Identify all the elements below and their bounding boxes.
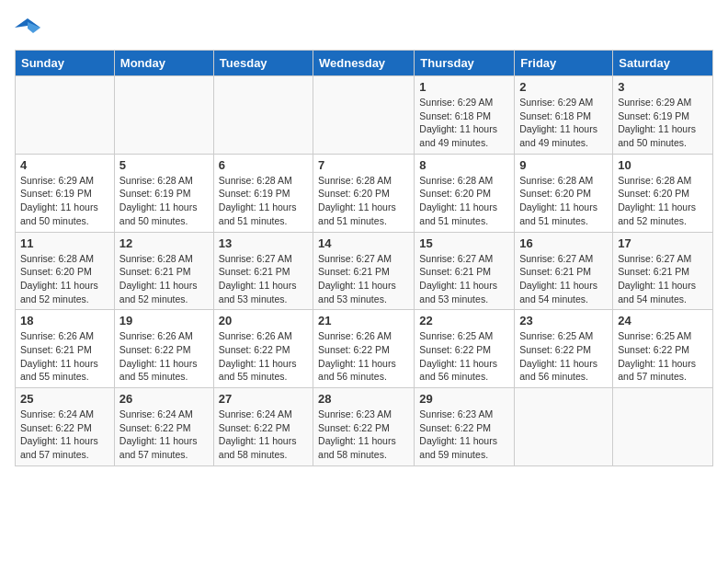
day-cell: 13Sunrise: 6:27 AM Sunset: 6:21 PM Dayli… bbox=[213, 232, 313, 310]
day-info: Sunrise: 6:25 AM Sunset: 6:22 PM Dayligh… bbox=[618, 329, 708, 384]
day-number: 21 bbox=[318, 314, 409, 327]
day-number: 9 bbox=[519, 158, 608, 172]
header-saturday: Saturday bbox=[613, 51, 713, 76]
header-sunday: Sunday bbox=[16, 51, 115, 76]
day-number: 16 bbox=[519, 236, 608, 250]
day-number: 1 bbox=[419, 80, 509, 94]
day-cell: 29Sunrise: 6:23 AM Sunset: 6:22 PM Dayli… bbox=[415, 388, 515, 466]
page-header bbox=[15, 15, 713, 40]
calendar-header: SundayMondayTuesdayWednesdayThursdayFrid… bbox=[16, 51, 713, 76]
day-number: 24 bbox=[618, 314, 708, 327]
day-info: Sunrise: 6:23 AM Sunset: 6:22 PM Dayligh… bbox=[419, 408, 509, 462]
day-cell bbox=[313, 76, 415, 155]
day-info: Sunrise: 6:27 AM Sunset: 6:21 PM Dayligh… bbox=[318, 252, 409, 306]
day-cell: 14Sunrise: 6:27 AM Sunset: 6:21 PM Dayli… bbox=[313, 232, 415, 310]
day-info: Sunrise: 6:28 AM Sunset: 6:20 PM Dayligh… bbox=[419, 174, 509, 228]
day-cell bbox=[213, 76, 313, 155]
day-number: 22 bbox=[419, 314, 509, 327]
day-info: Sunrise: 6:28 AM Sunset: 6:20 PM Dayligh… bbox=[519, 174, 608, 228]
day-cell: 7Sunrise: 6:28 AM Sunset: 6:20 PM Daylig… bbox=[313, 154, 415, 232]
day-cell: 3Sunrise: 6:29 AM Sunset: 6:19 PM Daylig… bbox=[613, 76, 713, 155]
day-info: Sunrise: 6:28 AM Sunset: 6:21 PM Dayligh… bbox=[119, 252, 209, 306]
day-number: 4 bbox=[20, 158, 109, 172]
day-info: Sunrise: 6:26 AM Sunset: 6:22 PM Dayligh… bbox=[119, 329, 209, 384]
day-number: 13 bbox=[219, 236, 308, 250]
day-info: Sunrise: 6:24 AM Sunset: 6:22 PM Dayligh… bbox=[20, 408, 109, 462]
day-number: 28 bbox=[318, 392, 409, 406]
day-cell: 19Sunrise: 6:26 AM Sunset: 6:22 PM Dayli… bbox=[114, 310, 213, 388]
logo bbox=[15, 15, 44, 40]
day-number: 27 bbox=[219, 392, 308, 406]
day-cell: 21Sunrise: 6:26 AM Sunset: 6:22 PM Dayli… bbox=[313, 310, 415, 388]
week-row-1: 1Sunrise: 6:29 AM Sunset: 6:18 PM Daylig… bbox=[16, 76, 713, 155]
day-info: Sunrise: 6:25 AM Sunset: 6:22 PM Dayligh… bbox=[519, 329, 608, 384]
day-cell: 1Sunrise: 6:29 AM Sunset: 6:18 PM Daylig… bbox=[415, 76, 515, 155]
day-cell: 17Sunrise: 6:27 AM Sunset: 6:21 PM Dayli… bbox=[613, 232, 713, 310]
day-cell: 9Sunrise: 6:28 AM Sunset: 6:20 PM Daylig… bbox=[515, 154, 613, 232]
day-number: 11 bbox=[20, 236, 109, 250]
day-cell: 28Sunrise: 6:23 AM Sunset: 6:22 PM Dayli… bbox=[313, 388, 415, 466]
day-cell: 24Sunrise: 6:25 AM Sunset: 6:22 PM Dayli… bbox=[613, 310, 713, 388]
day-info: Sunrise: 6:26 AM Sunset: 6:22 PM Dayligh… bbox=[318, 329, 409, 384]
week-row-5: 25Sunrise: 6:24 AM Sunset: 6:22 PM Dayli… bbox=[16, 388, 713, 466]
day-cell bbox=[613, 388, 713, 466]
day-number: 18 bbox=[20, 314, 109, 327]
day-info: Sunrise: 6:29 AM Sunset: 6:18 PM Dayligh… bbox=[419, 96, 509, 150]
day-info: Sunrise: 6:27 AM Sunset: 6:21 PM Dayligh… bbox=[419, 252, 509, 306]
day-cell: 11Sunrise: 6:28 AM Sunset: 6:20 PM Dayli… bbox=[16, 232, 115, 310]
day-number: 23 bbox=[519, 314, 608, 327]
day-info: Sunrise: 6:27 AM Sunset: 6:21 PM Dayligh… bbox=[618, 252, 708, 306]
calendar-body: 1Sunrise: 6:29 AM Sunset: 6:18 PM Daylig… bbox=[16, 76, 713, 466]
logo-bird-icon bbox=[15, 15, 40, 40]
day-cell: 25Sunrise: 6:24 AM Sunset: 6:22 PM Dayli… bbox=[16, 388, 115, 466]
day-info: Sunrise: 6:26 AM Sunset: 6:22 PM Dayligh… bbox=[219, 329, 308, 384]
week-row-4: 18Sunrise: 6:26 AM Sunset: 6:21 PM Dayli… bbox=[16, 310, 713, 388]
day-info: Sunrise: 6:25 AM Sunset: 6:22 PM Dayligh… bbox=[419, 329, 509, 384]
day-number: 29 bbox=[419, 392, 509, 406]
day-cell: 8Sunrise: 6:28 AM Sunset: 6:20 PM Daylig… bbox=[415, 154, 515, 232]
day-number: 15 bbox=[419, 236, 509, 250]
day-number: 19 bbox=[119, 314, 209, 327]
day-info: Sunrise: 6:28 AM Sunset: 6:19 PM Dayligh… bbox=[219, 174, 308, 228]
day-cell: 20Sunrise: 6:26 AM Sunset: 6:22 PM Dayli… bbox=[213, 310, 313, 388]
day-number: 26 bbox=[119, 392, 209, 406]
day-cell: 2Sunrise: 6:29 AM Sunset: 6:18 PM Daylig… bbox=[515, 76, 613, 155]
day-cell: 12Sunrise: 6:28 AM Sunset: 6:21 PM Dayli… bbox=[114, 232, 213, 310]
calendar-table: SundayMondayTuesdayWednesdayThursdayFrid… bbox=[15, 50, 713, 466]
day-info: Sunrise: 6:28 AM Sunset: 6:20 PM Dayligh… bbox=[318, 174, 409, 228]
day-cell: 4Sunrise: 6:29 AM Sunset: 6:19 PM Daylig… bbox=[16, 154, 115, 232]
day-number: 12 bbox=[119, 236, 209, 250]
header-monday: Monday bbox=[114, 51, 213, 76]
day-info: Sunrise: 6:28 AM Sunset: 6:20 PM Dayligh… bbox=[20, 252, 109, 306]
day-info: Sunrise: 6:29 AM Sunset: 6:18 PM Dayligh… bbox=[519, 96, 608, 150]
header-tuesday: Tuesday bbox=[213, 51, 313, 76]
day-info: Sunrise: 6:28 AM Sunset: 6:20 PM Dayligh… bbox=[618, 174, 708, 228]
day-info: Sunrise: 6:26 AM Sunset: 6:21 PM Dayligh… bbox=[20, 329, 109, 384]
day-info: Sunrise: 6:28 AM Sunset: 6:19 PM Dayligh… bbox=[119, 174, 209, 228]
header-row: SundayMondayTuesdayWednesdayThursdayFrid… bbox=[16, 51, 713, 76]
day-info: Sunrise: 6:29 AM Sunset: 6:19 PM Dayligh… bbox=[20, 174, 109, 228]
day-cell: 15Sunrise: 6:27 AM Sunset: 6:21 PM Dayli… bbox=[415, 232, 515, 310]
day-number: 25 bbox=[20, 392, 109, 406]
day-info: Sunrise: 6:27 AM Sunset: 6:21 PM Dayligh… bbox=[219, 252, 308, 306]
day-cell bbox=[515, 388, 613, 466]
week-row-3: 11Sunrise: 6:28 AM Sunset: 6:20 PM Dayli… bbox=[16, 232, 713, 310]
day-number: 17 bbox=[618, 236, 708, 250]
day-number: 6 bbox=[219, 158, 308, 172]
day-cell: 6Sunrise: 6:28 AM Sunset: 6:19 PM Daylig… bbox=[213, 154, 313, 232]
day-number: 3 bbox=[618, 80, 708, 94]
day-info: Sunrise: 6:29 AM Sunset: 6:19 PM Dayligh… bbox=[618, 96, 708, 150]
header-wednesday: Wednesday bbox=[313, 51, 415, 76]
day-cell: 26Sunrise: 6:24 AM Sunset: 6:22 PM Dayli… bbox=[114, 388, 213, 466]
day-info: Sunrise: 6:27 AM Sunset: 6:21 PM Dayligh… bbox=[519, 252, 608, 306]
day-info: Sunrise: 6:24 AM Sunset: 6:22 PM Dayligh… bbox=[119, 408, 209, 462]
day-cell: 22Sunrise: 6:25 AM Sunset: 6:22 PM Dayli… bbox=[415, 310, 515, 388]
day-number: 14 bbox=[318, 236, 409, 250]
day-cell: 16Sunrise: 6:27 AM Sunset: 6:21 PM Dayli… bbox=[515, 232, 613, 310]
day-info: Sunrise: 6:23 AM Sunset: 6:22 PM Dayligh… bbox=[318, 408, 409, 462]
day-cell: 27Sunrise: 6:24 AM Sunset: 6:22 PM Dayli… bbox=[213, 388, 313, 466]
day-number: 10 bbox=[618, 158, 708, 172]
day-cell: 5Sunrise: 6:28 AM Sunset: 6:19 PM Daylig… bbox=[114, 154, 213, 232]
day-cell: 18Sunrise: 6:26 AM Sunset: 6:21 PM Dayli… bbox=[16, 310, 115, 388]
header-friday: Friday bbox=[515, 51, 613, 76]
